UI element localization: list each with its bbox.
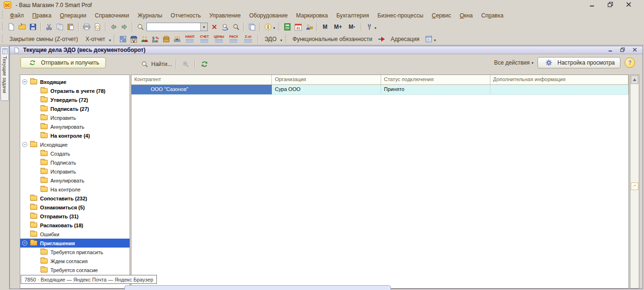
all-actions-button[interactable]: Все действия ▾ — [494, 59, 533, 66]
menu-item-маркировка[interactable]: Маркировка — [292, 11, 332, 20]
view-settings-button[interactable]: Настройка просмотра — [538, 57, 620, 68]
assign-duties-icon[interactable] — [376, 34, 387, 44]
find-button[interactable]: Найти... — [151, 61, 172, 67]
tree-item[interactable]: −Входящие — [20, 77, 130, 86]
collapse-icon[interactable]: − — [22, 240, 27, 246]
memory-subtract-button[interactable]: M- — [345, 23, 359, 31]
menu-item-бухгалтерия[interactable]: Бухгалтерия — [332, 11, 373, 20]
service-settings-icon[interactable] — [364, 22, 375, 32]
tree-item[interactable]: Аннулировать — [20, 122, 130, 131]
dropdown-caret-icon[interactable]: ▾ — [434, 39, 436, 42]
edo-restore-icon[interactable] — [620, 46, 625, 54]
menu-item-файл[interactable]: Файл — [6, 11, 28, 20]
quick-search-combobox[interactable]: ▼ — [147, 23, 208, 31]
prices-report-button[interactable]: ЦЕНЫ — [212, 34, 226, 43]
menu-item-оборудование[interactable]: Оборудование — [245, 11, 292, 20]
column-header[interactable]: Контрагент — [131, 75, 272, 84]
cut-icon[interactable] — [43, 22, 54, 32]
copy-icon[interactable] — [54, 22, 65, 32]
table-cell[interactable]: Сура ООО — [272, 85, 381, 95]
table-cell[interactable]: Принято — [381, 85, 490, 95]
menu-item-бизнес-процессы[interactable]: Бизнес-процессы — [373, 11, 427, 20]
tree-item[interactable]: Подписать (27) — [20, 104, 130, 113]
tree-item[interactable]: Исправить — [20, 113, 130, 122]
edo-minimize-icon[interactable] — [608, 46, 613, 54]
collapse-icon[interactable]: − — [22, 79, 27, 84]
tree-item[interactable]: Подписать — [20, 158, 130, 167]
main-restore-icon[interactable] — [607, 1, 613, 9]
help-button[interactable]: ? — [625, 58, 635, 68]
tree-item[interactable]: Отразить в учете (78) — [20, 86, 130, 95]
find-icon[interactable] — [135, 22, 146, 32]
scroll-up-icon[interactable] — [631, 75, 638, 84]
edo-menu-button[interactable]: ЭДО — [261, 34, 280, 44]
copy-windows-icon[interactable] — [246, 22, 257, 32]
close-shift-button[interactable]: Закрытие смены (Z-отчет) — [6, 34, 82, 44]
user-permissions-icon[interactable] — [303, 22, 314, 32]
search-icon[interactable] — [139, 59, 150, 69]
dropdown-caret-icon[interactable]: ▾ — [375, 26, 376, 30]
tree-item[interactable]: Утвердить (72) — [20, 95, 130, 104]
functional-duties-button[interactable]: Функциональные обязанности — [289, 34, 376, 44]
tree-item[interactable]: Требуется пригласить — [20, 248, 130, 257]
quick-search-input[interactable] — [147, 24, 200, 30]
tree-item[interactable]: Аннулировать — [20, 176, 130, 185]
x-report-button[interactable]: X-отчет — [82, 34, 109, 44]
menu-item-управление[interactable]: Управление — [205, 11, 245, 20]
menu-item-отчетность[interactable]: Отчетность — [166, 11, 205, 20]
main-close-icon[interactable] — [626, 1, 632, 9]
current-tasks-tab[interactable]: Текущие задачи — [0, 46, 9, 101]
tree-item[interactable]: Ознакомиться (5) — [20, 203, 130, 212]
vertical-scrollbar[interactable] — [630, 75, 639, 289]
memory-recall-button[interactable]: M — [319, 23, 331, 31]
tree-item[interactable]: На контроле (4) — [20, 131, 130, 140]
dropdown-caret-icon[interactable]: ▾ — [273, 26, 275, 30]
tree-item[interactable]: Отправить (31) — [20, 212, 130, 221]
tree-item[interactable]: −Приглашения — [20, 239, 130, 248]
menu-item-справочники[interactable]: Справочники — [90, 11, 133, 20]
bill-report-button[interactable]: СЧЕТ — [197, 34, 212, 43]
collapse-icon[interactable]: − — [22, 142, 27, 147]
paste-icon[interactable] — [65, 22, 76, 32]
column-header[interactable]: Организация — [272, 75, 381, 84]
calculator-icon[interactable] — [282, 22, 293, 32]
table-row[interactable]: ООО "Сазонов"Сура ОООПринято — [131, 85, 628, 95]
new-document-icon[interactable] — [6, 22, 16, 32]
staff-icon[interactable] — [171, 34, 182, 44]
addressing-table-icon[interactable] — [423, 34, 434, 44]
tree-item[interactable]: −Исходящие — [20, 140, 130, 149]
tree-item[interactable]: Ошибки — [20, 230, 130, 239]
main-minimize-icon[interactable] — [589, 1, 595, 9]
tree-item[interactable]: На контроле — [20, 185, 130, 194]
edo-close-icon[interactable] — [632, 46, 637, 54]
store-icon[interactable] — [128, 34, 139, 44]
tree-item[interactable]: Ждем согласия — [20, 257, 130, 265]
tree-item[interactable]: Сопоставить (232) — [20, 194, 130, 203]
menu-item-справка[interactable]: Справка — [477, 11, 508, 20]
menu-item-сервис[interactable]: Сервис — [428, 11, 456, 20]
dropdown-caret-icon[interactable]: ▾ — [109, 39, 111, 42]
forward-icon[interactable] — [119, 22, 130, 32]
info-icon[interactable] — [262, 22, 273, 32]
combobox-dropdown-icon[interactable]: ▼ — [200, 23, 207, 31]
tree-item[interactable]: Исправить — [20, 167, 130, 176]
invoice-report-button[interactable]: НАКЛ — [182, 34, 197, 43]
menu-item-окна[interactable]: Окна — [456, 11, 477, 20]
open-icon[interactable] — [16, 22, 27, 32]
find-next-icon[interactable] — [220, 22, 230, 32]
tree-item[interactable]: Создать — [20, 149, 130, 158]
edo-window-title-bar[interactable]: Текущие дела ЭДО (весь документооборот) — [10, 46, 643, 54]
dropdown-caret-icon[interactable]: ▾ — [280, 39, 282, 42]
refresh-list-icon[interactable] — [199, 59, 210, 69]
save-icon[interactable] — [27, 22, 38, 32]
goods-box-icon[interactable] — [161, 34, 171, 44]
back-icon[interactable] — [108, 22, 119, 32]
scroll-marker-button[interactable] — [631, 182, 638, 190]
partners-icon[interactable] — [139, 34, 150, 44]
calendar-icon[interactable]: 31 — [293, 22, 303, 32]
menu-item-правка[interactable]: Правка — [28, 11, 56, 20]
table-cell[interactable]: ООО "Сазонов" — [131, 85, 272, 95]
tree-item[interactable]: Требуется согласие — [20, 265, 130, 274]
menu-item-журналы[interactable]: Журналы — [133, 11, 166, 20]
menu-item-операции[interactable]: Операции — [56, 11, 90, 20]
